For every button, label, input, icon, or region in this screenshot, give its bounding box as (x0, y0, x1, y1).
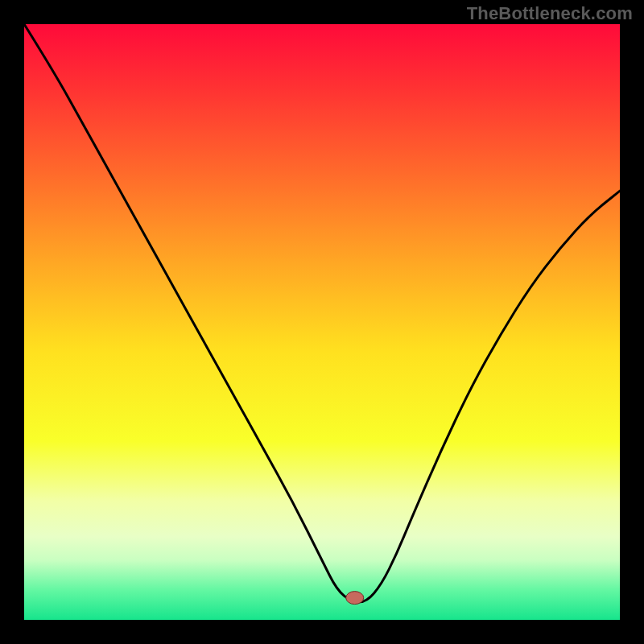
plot-area (24, 24, 620, 620)
watermark-text: TheBottleneck.com (467, 3, 633, 24)
optimal-marker (346, 592, 364, 605)
gradient-background (24, 24, 620, 620)
bottleneck-chart-svg (24, 24, 620, 620)
chart-frame: TheBottleneck.com (0, 0, 644, 644)
